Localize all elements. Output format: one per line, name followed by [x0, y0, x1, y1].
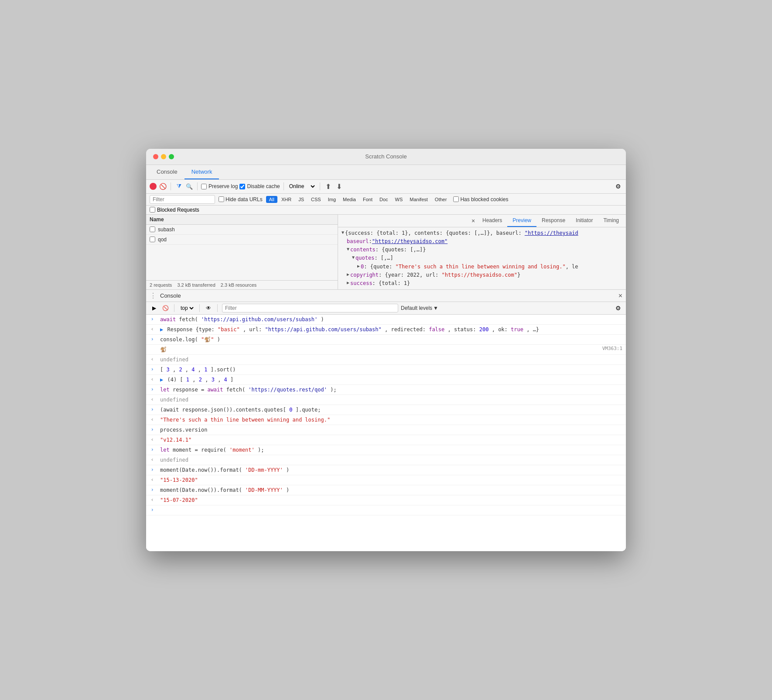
- devtools-window: Scratch Console Console Network 🚫 ⧩ 🔍 Pr…: [146, 149, 626, 551]
- has-blocked-cookies-checkbox[interactable]: [453, 196, 459, 202]
- json-toggle-contents[interactable]: ▼: [347, 246, 349, 253]
- console-settings-icon: ⚙: [615, 305, 621, 312]
- console-entry-content-3: console.log( "🐒" ): [158, 335, 626, 344]
- request-checkbox-subash[interactable]: [150, 226, 155, 232]
- request-checkbox-qod[interactable]: [150, 237, 155, 242]
- has-blocked-cookies-label[interactable]: Has blocked cookies: [453, 196, 508, 202]
- context-select[interactable]: top: [179, 305, 195, 312]
- console-entry-content-9: undefined: [158, 395, 626, 405]
- filter-media[interactable]: Media: [340, 196, 359, 203]
- filter-js[interactable]: JS: [295, 196, 307, 203]
- tab-headers[interactable]: Headers: [477, 215, 507, 227]
- filter-xhr[interactable]: XHR: [278, 196, 294, 203]
- filter-doc[interactable]: Doc: [376, 196, 391, 203]
- console-filter-input[interactable]: [222, 304, 398, 312]
- settings-button[interactable]: ⚙: [614, 182, 622, 191]
- console-entry-content-14: let moment = require( 'moment' );: [158, 445, 626, 455]
- console-entry-9: ‹ undefined: [146, 395, 626, 405]
- tab-console[interactable]: Console: [150, 165, 184, 179]
- hide-data-urls-text: Hide data URLs: [225, 196, 263, 202]
- output-icon-2: ‹: [146, 325, 158, 332]
- blocked-requests-checkbox[interactable]: [150, 207, 155, 213]
- output-icon-4: [146, 345, 158, 346]
- json-toggle-copyright[interactable]: ▶: [347, 271, 349, 278]
- json-line-contents: ▼ contents : {quotes: [,…]}: [342, 246, 622, 254]
- clear-button[interactable]: 🚫: [158, 182, 167, 191]
- detail-close-button[interactable]: ×: [469, 217, 477, 225]
- filter-icon-button[interactable]: ⧩: [174, 182, 183, 191]
- request-item-qod[interactable]: qod: [146, 235, 338, 245]
- filter-ws[interactable]: WS: [392, 196, 406, 203]
- online-select[interactable]: Online Offline Slow 3G Fast 3G: [287, 183, 316, 190]
- input-icon-18: ›: [146, 485, 158, 493]
- eye-button[interactable]: 👁: [204, 304, 213, 312]
- json-toggle-quotes[interactable]: ▼: [352, 254, 355, 261]
- upload-icon[interactable]: ⬆: [324, 182, 333, 192]
- levels-button[interactable]: Default levels ▼: [401, 305, 438, 311]
- console-close-button[interactable]: ×: [618, 292, 622, 300]
- hide-data-urls-label[interactable]: Hide data URLs: [219, 196, 263, 202]
- filter-img[interactable]: Img: [325, 196, 339, 203]
- console-entry-content-13: "v12.14.1": [158, 435, 626, 445]
- json-toggle-quote-0[interactable]: ▶: [357, 263, 360, 270]
- requests-header: Name: [146, 215, 338, 225]
- console-clear-button[interactable]: 🚫: [161, 304, 170, 312]
- filter-input[interactable]: [150, 195, 215, 204]
- console-toolbar-sep: [174, 304, 174, 312]
- console-drag-handle[interactable]: ⋮: [150, 290, 157, 302]
- console-entry-2: ‹ ▶ Response {type: "basic" , url: "http…: [146, 325, 626, 335]
- filter-all[interactable]: All: [266, 196, 277, 203]
- json-line-copyright: ▶ copyright : {year: 2022, url: "https:/…: [342, 271, 622, 279]
- filter-other[interactable]: Other: [432, 196, 450, 203]
- toolbar-separator-3: [284, 182, 284, 190]
- json-toggle-0[interactable]: ▼: [342, 229, 344, 236]
- preserve-log-label[interactable]: Preserve log: [201, 183, 238, 189]
- output-icon-19: ‹: [146, 495, 158, 503]
- toolbar-separator-2: [197, 182, 198, 190]
- preserve-log-checkbox[interactable]: [201, 184, 207, 189]
- console-entry-1: › await fetch( 'https://api.github.com/u…: [146, 315, 626, 325]
- input-icon-14: ›: [146, 445, 158, 453]
- maximize-button[interactable]: [169, 154, 174, 159]
- search-button[interactable]: 🔍: [185, 182, 194, 191]
- tab-response[interactable]: Response: [536, 215, 570, 227]
- title-bar: Scratch Console: [146, 149, 626, 165]
- detail-tabs: × Headers Preview Response Initiator Tim…: [338, 215, 626, 227]
- hide-data-urls-checkbox[interactable]: [219, 196, 224, 202]
- filter-css[interactable]: CSS: [308, 196, 324, 203]
- detail-panel: × Headers Preview Response Initiator Tim…: [338, 215, 626, 289]
- tab-preview[interactable]: Preview: [507, 215, 536, 227]
- preserve-log-text: Preserve log: [208, 183, 238, 189]
- output-icon-7: ‹: [146, 375, 158, 382]
- tab-initiator[interactable]: Initiator: [570, 215, 598, 227]
- console-header: ⋮ Console ×: [146, 290, 626, 302]
- requests-count: 2 requests: [150, 282, 172, 288]
- close-button[interactable]: [153, 154, 158, 159]
- json-line-baseurl: baseurl : "https://theysaidso.com": [342, 237, 622, 246]
- console-entry-11: ‹ "There's such a thin line between winn…: [146, 415, 626, 425]
- tab-timing[interactable]: Timing: [598, 215, 624, 227]
- network-toolbar: 🚫 ⧩ 🔍 Preserve log Disable cache Online …: [146, 180, 626, 194]
- console-entry-18: › moment(Date.now()).format( 'DD-MM-YYYY…: [146, 485, 626, 495]
- console-run-button[interactable]: ▶: [150, 304, 158, 312]
- json-line-quotes: ▼ quotes : [,…]: [342, 254, 622, 262]
- minimize-button[interactable]: [161, 154, 166, 159]
- record-button[interactable]: [150, 183, 157, 190]
- console-entry-8: › let response = await fetch( 'https://q…: [146, 385, 626, 395]
- eye-icon: 👁: [206, 305, 211, 311]
- disable-cache-label[interactable]: Disable cache: [239, 183, 280, 189]
- tab-network[interactable]: Network: [184, 165, 219, 179]
- requests-panel: Name subash qod 2 requests 3.2 kB transf…: [146, 215, 338, 289]
- filter-manifest[interactable]: Manifest: [406, 196, 431, 203]
- disable-cache-checkbox[interactable]: [239, 184, 245, 189]
- input-icon-1: ›: [146, 315, 158, 322]
- console-toolbar: ▶ 🚫 top 👁 Default levels ▼ ⚙: [146, 302, 626, 315]
- download-icon[interactable]: ⬇: [335, 182, 344, 192]
- request-item-subash[interactable]: subash: [146, 225, 338, 235]
- console-entry-content-4: 🐒: [158, 345, 591, 354]
- filter-font[interactable]: Font: [360, 196, 376, 203]
- json-toggle-success[interactable]: ▶: [347, 279, 349, 286]
- console-settings-button[interactable]: ⚙: [614, 304, 622, 312]
- console-input[interactable]: [160, 507, 227, 513]
- request-name-qod: qod: [158, 237, 167, 243]
